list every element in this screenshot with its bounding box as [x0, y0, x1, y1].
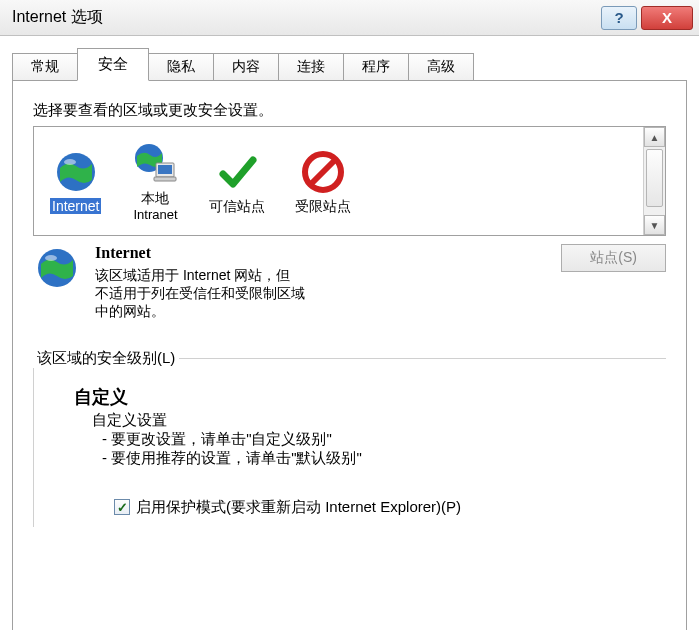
svg-point-9	[45, 255, 57, 261]
help-button[interactable]: ?	[601, 6, 637, 30]
sites-button: 站点(S)	[561, 244, 666, 272]
globe-icon	[33, 244, 81, 292]
zone-internet[interactable]: Internet	[50, 148, 101, 215]
tab-panel-security: 选择要查看的区域或更改安全设置。 Internet	[12, 80, 687, 630]
security-level-box: 自定义 自定义设置 - 要更改设置，请单击"自定义级别" - 要使用推荐的设置，…	[33, 358, 666, 527]
zone-label: 受限站点	[295, 198, 351, 215]
zone-sublabel: Intranet	[133, 207, 177, 222]
scroll-down-icon[interactable]: ▼	[644, 215, 665, 235]
custom-subheading: 自定义设置	[92, 411, 650, 430]
tab-content[interactable]: 内容	[213, 53, 279, 81]
scroll-thumb[interactable]	[646, 149, 663, 207]
svg-point-1	[64, 159, 76, 165]
zone-items: Internet 本地 Intranet	[34, 127, 643, 235]
zone-list: Internet 本地 Intranet	[33, 126, 666, 236]
check-icon	[213, 148, 261, 196]
zone-select-label: 选择要查看的区域或更改安全设置。	[33, 101, 666, 120]
zone-label: 可信站点	[209, 198, 265, 215]
custom-hint-2: - 要使用推荐的设置，请单击"默认级别"	[102, 449, 650, 468]
protected-mode-label: 启用保护模式(要求重新启动 Internet Explorer)(P)	[136, 498, 461, 517]
security-level-label: 该区域的安全级别(L)	[33, 349, 179, 368]
scrollbar[interactable]: ▲ ▼	[643, 127, 665, 235]
scroll-track[interactable]	[644, 147, 665, 215]
intranet-icon	[131, 140, 179, 188]
close-button[interactable]: X	[641, 6, 693, 30]
svg-line-7	[311, 160, 335, 184]
scroll-up-icon[interactable]: ▲	[644, 127, 665, 147]
zone-label: Internet	[50, 198, 101, 215]
tabs: 常规 安全 隐私 内容 连接 程序 高级	[0, 36, 699, 81]
tab-general[interactable]: 常规	[12, 53, 78, 81]
custom-hint-1: - 要更改设置，请单击"自定义级别"	[102, 430, 650, 449]
zone-detail-desc: 该区域适用于 Internet 网站，但 不适用于列在受信任和受限制区域 中的网…	[95, 266, 547, 321]
globe-icon	[52, 148, 100, 196]
window-title: Internet 选项	[12, 7, 597, 28]
tab-privacy[interactable]: 隐私	[148, 53, 214, 81]
titlebar: Internet 选项 ? X	[0, 0, 699, 36]
security-level-group: 该区域的安全级别(L) 自定义 自定义设置 - 要更改设置，请单击"自定义级别"…	[33, 349, 666, 527]
tab-programs[interactable]: 程序	[343, 53, 409, 81]
zone-restricted[interactable]: 受限站点	[295, 148, 351, 215]
checkbox-checked-icon[interactable]: ✓	[114, 499, 130, 515]
prohibit-icon	[299, 148, 347, 196]
zone-detail-name: Internet	[95, 244, 547, 262]
svg-rect-5	[154, 177, 176, 181]
protected-mode-row[interactable]: ✓ 启用保护模式(要求重新启动 Internet Explorer)(P)	[114, 498, 650, 517]
zone-intranet[interactable]: 本地 Intranet	[131, 140, 179, 222]
tab-advanced[interactable]: 高级	[408, 53, 474, 81]
tab-connections[interactable]: 连接	[278, 53, 344, 81]
zone-description: Internet 该区域适用于 Internet 网站，但 不适用于列在受信任和…	[33, 244, 666, 321]
tab-security[interactable]: 安全	[77, 48, 149, 81]
zone-trusted[interactable]: 可信站点	[209, 148, 265, 215]
zone-label: 本地	[141, 190, 169, 207]
svg-rect-4	[158, 165, 172, 174]
custom-heading: 自定义	[74, 385, 650, 409]
